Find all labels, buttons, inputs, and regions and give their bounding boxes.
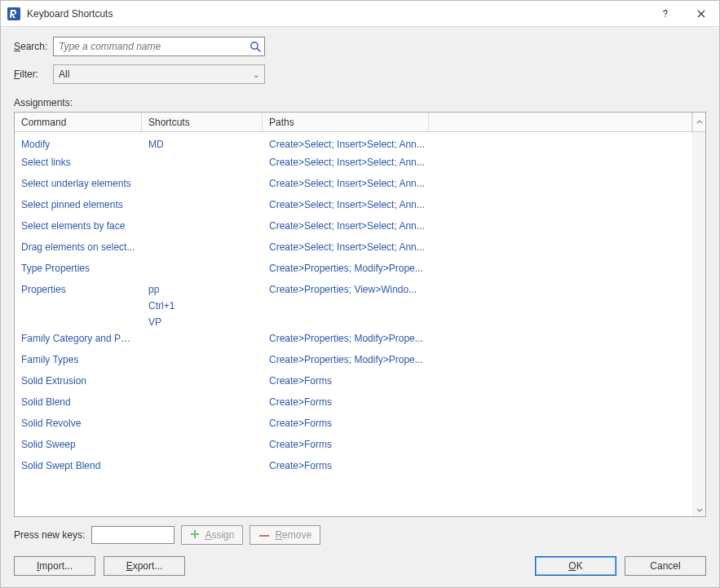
shortcut-value: pp bbox=[148, 284, 256, 295]
table-row[interactable]: Solid RevolveCreate>Forms bbox=[15, 414, 692, 435]
command-cell: Solid Extrusion bbox=[15, 375, 142, 387]
scroll-down-icon[interactable] bbox=[693, 503, 705, 516]
dialog-title: Keyboard Shortcuts bbox=[27, 8, 647, 20]
shortcut-value: VP bbox=[148, 316, 256, 328]
titlebar: Keyboard Shortcuts bbox=[1, 1, 719, 27]
shortcuts-cell: ppCtrl+1VP bbox=[142, 284, 263, 328]
command-cell: Drag elements on select... bbox=[15, 241, 142, 253]
remove-button[interactable]: Remove bbox=[250, 525, 320, 545]
command-cell: Select pinned elements bbox=[15, 199, 142, 210]
minus-icon bbox=[258, 529, 270, 541]
filter-label: Filter: bbox=[14, 69, 53, 80]
footer: Import... Export... OK Cancel bbox=[14, 556, 706, 576]
export-button[interactable]: Export... bbox=[104, 556, 185, 576]
keyboard-shortcuts-dialog: Keyboard Shortcuts Search: Filter: All ⌄ bbox=[0, 0, 720, 588]
table-row[interactable]: Drag elements on select...Create>Select;… bbox=[15, 238, 692, 259]
assign-button[interactable]: Assign bbox=[181, 525, 243, 545]
command-cell: Solid Revolve bbox=[15, 418, 142, 429]
column-command[interactable]: Command bbox=[15, 113, 142, 131]
table-row[interactable]: Select elements by faceCreate>Select; In… bbox=[15, 217, 692, 238]
close-button[interactable] bbox=[683, 1, 719, 27]
table-row[interactable]: Type PropertiesCreate>Properties; Modify… bbox=[15, 259, 692, 281]
new-keys-row: Press new keys: Assign Remove bbox=[14, 525, 706, 545]
column-paths[interactable]: Paths bbox=[263, 113, 429, 131]
shortcut-value: Ctrl+1 bbox=[148, 300, 256, 312]
command-cell: Select links bbox=[15, 157, 142, 168]
table-row[interactable]: Select underlay elementsCreate>Select; I… bbox=[15, 175, 692, 196]
paths-cell: Create>Properties; Modify>Prope... bbox=[263, 263, 548, 274]
filter-value: All bbox=[59, 69, 69, 80]
command-cell: Solid Sweep bbox=[15, 439, 142, 450]
search-row: Search: bbox=[14, 37, 706, 56]
command-cell: Solid Swept Blend bbox=[15, 460, 142, 471]
table-row[interactable]: Family Category and Par...Create>Propert… bbox=[15, 329, 692, 351]
plus-icon bbox=[190, 529, 200, 542]
filter-select[interactable]: All ⌄ bbox=[53, 64, 265, 84]
table-row[interactable]: Solid SweepCreate>Forms bbox=[15, 435, 692, 457]
assignments-grid: Command Shortcuts Paths ModifyMDCreate>S… bbox=[14, 112, 706, 517]
command-cell: Family Types bbox=[15, 354, 142, 365]
press-new-keys-label: Press new keys: bbox=[14, 529, 85, 541]
vertical-scrollbar[interactable] bbox=[692, 132, 705, 516]
paths-cell: Create>Select; Insert>Select; Ann... bbox=[263, 241, 548, 253]
remove-label: emove bbox=[282, 529, 311, 541]
svg-rect-2 bbox=[259, 535, 269, 537]
revit-icon bbox=[6, 6, 22, 22]
paths-cell: Create>Properties; Modify>Prope... bbox=[263, 354, 548, 365]
column-filler bbox=[429, 113, 692, 131]
paths-cell: Create>Properties; View>Windo... bbox=[263, 284, 548, 295]
cancel-button[interactable]: Cancel bbox=[625, 556, 706, 576]
command-cell: Solid Blend bbox=[15, 396, 142, 408]
paths-cell: Create>Select; Insert>Select; Ann... bbox=[263, 157, 548, 168]
paths-cell: Create>Forms bbox=[263, 375, 548, 387]
grid-header: Command Shortcuts Paths bbox=[15, 113, 705, 132]
command-cell: Select elements by face bbox=[15, 220, 142, 232]
assignments-label: Assignments: bbox=[14, 97, 706, 108]
filter-row: Filter: All ⌄ bbox=[14, 64, 706, 84]
table-row[interactable]: Select pinned elementsCreate>Select; Ins… bbox=[15, 196, 692, 217]
paths-cell: Create>Select; Insert>Select; Ann... bbox=[263, 199, 548, 210]
paths-cell: Create>Select; Insert>Select; Ann... bbox=[263, 220, 548, 232]
paths-cell: Create>Select; Insert>Select; Ann... bbox=[263, 178, 548, 189]
paths-cell: Create>Forms bbox=[263, 460, 548, 471]
table-row[interactable]: Solid ExtrusionCreate>Forms bbox=[15, 372, 692, 393]
command-cell: Modify bbox=[15, 139, 142, 150]
rows-container: ModifyMDCreate>Select; Insert>Select; An… bbox=[15, 132, 692, 478]
import-button[interactable]: Import... bbox=[14, 556, 95, 576]
command-cell: Family Category and Par... bbox=[15, 333, 142, 344]
paths-cell: Create>Forms bbox=[263, 418, 548, 429]
help-button[interactable] bbox=[647, 1, 683, 27]
grid-body: ModifyMDCreate>Select; Insert>Select; An… bbox=[15, 132, 705, 516]
shortcut-value: MD bbox=[148, 139, 256, 150]
shortcuts-cell: MD bbox=[142, 139, 263, 150]
table-row[interactable]: Solid BlendCreate>Forms bbox=[15, 393, 692, 414]
chevron-down-icon: ⌄ bbox=[253, 70, 259, 79]
search-wrap bbox=[53, 37, 265, 56]
paths-cell: Create>Properties; Modify>Prope... bbox=[263, 333, 548, 344]
column-shortcuts[interactable]: Shortcuts bbox=[142, 113, 263, 131]
new-keys-input[interactable] bbox=[91, 526, 174, 544]
paths-cell: Create>Select; Insert>Select; Ann... bbox=[263, 139, 548, 150]
table-row[interactable]: Solid Swept BlendCreate>Forms bbox=[15, 457, 692, 478]
command-cell: Properties bbox=[15, 284, 142, 295]
table-row[interactable]: ModifyMDCreate>Select; Insert>Select; An… bbox=[15, 132, 692, 153]
table-row[interactable]: PropertiesppCtrl+1VPCreate>Properties; V… bbox=[15, 281, 692, 329]
search-input[interactable] bbox=[53, 37, 265, 56]
table-row[interactable]: Select linksCreate>Select; Insert>Select… bbox=[15, 153, 692, 175]
paths-cell: Create>Forms bbox=[263, 396, 548, 408]
assign-label: ssign bbox=[211, 529, 234, 541]
scroll-up-icon[interactable] bbox=[692, 113, 705, 131]
paths-cell: Create>Forms bbox=[263, 439, 548, 450]
dialog-content: Search: Filter: All ⌄ Assignments: Comma… bbox=[1, 27, 719, 587]
table-row[interactable]: Family TypesCreate>Properties; Modify>Pr… bbox=[15, 351, 692, 372]
search-label: Search: bbox=[14, 41, 53, 52]
ok-button[interactable]: OK bbox=[535, 556, 616, 576]
command-cell: Type Properties bbox=[15, 263, 142, 274]
command-cell: Select underlay elements bbox=[15, 178, 142, 189]
